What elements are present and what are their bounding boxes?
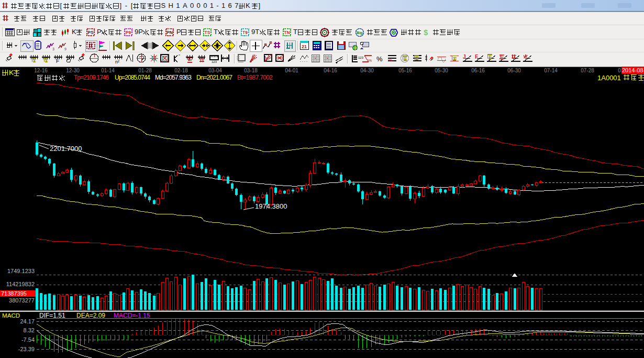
svg-text:06-30: 06-30 bbox=[507, 68, 521, 73]
svg-text:07-14: 07-14 bbox=[544, 68, 558, 73]
svg-text:06-16: 06-16 bbox=[471, 68, 485, 73]
svg-text:%: % bbox=[376, 55, 383, 63]
svg-text:P: P bbox=[176, 28, 181, 36]
svg-text:1A0001: 1A0001 bbox=[597, 74, 621, 82]
svg-text:114219832: 114219832 bbox=[6, 281, 35, 287]
svg-text:12-16: 12-16 bbox=[34, 68, 48, 73]
svg-text:04-01: 04-01 bbox=[285, 68, 298, 73]
svg-text:2014-08-2: 2014-08-2 bbox=[622, 67, 644, 73]
svg-text:24.17: 24.17 bbox=[20, 318, 35, 324]
svg-text:0: 0 bbox=[618, 68, 621, 73]
svg-text:3: 3 bbox=[52, 47, 54, 51]
svg-text:PN: PN bbox=[166, 30, 173, 35]
svg-text:F: F bbox=[475, 54, 478, 60]
svg-text:%: % bbox=[368, 58, 372, 63]
svg-text:9T: 9T bbox=[251, 28, 259, 36]
svg-text:K: K bbox=[246, 2, 250, 9]
svg-text:2201.7000: 2201.7000 bbox=[50, 145, 82, 153]
svg-text:01-14: 01-14 bbox=[101, 68, 115, 73]
svg-text:12-30: 12-30 bbox=[66, 68, 80, 73]
svg-text:Up=2085.0744: Up=2085.0744 bbox=[115, 74, 150, 81]
svg-text:MACD: MACD bbox=[2, 312, 20, 319]
svg-text:F: F bbox=[56, 58, 59, 64]
svg-text:Big: Big bbox=[357, 31, 362, 35]
svg-text:TN: TN bbox=[284, 30, 290, 35]
svg-text:T: T bbox=[293, 28, 297, 36]
svg-text:123: 123 bbox=[212, 60, 217, 63]
svg-text:21: 21 bbox=[302, 44, 307, 49]
svg-text:TS: TS bbox=[205, 30, 210, 35]
svg-text:[: [ bbox=[60, 2, 62, 9]
svg-text:n²: n² bbox=[115, 59, 119, 64]
svg-text:″: ″ bbox=[179, 53, 180, 58]
svg-text:1749.1233: 1749.1233 bbox=[7, 268, 35, 274]
svg-text:9P: 9P bbox=[135, 28, 143, 36]
svg-text:K: K bbox=[9, 69, 14, 77]
svg-text:04-30: 04-30 bbox=[360, 68, 374, 73]
svg-text:K: K bbox=[72, 28, 76, 36]
svg-text:]: ] bbox=[259, 2, 261, 9]
svg-text:P: P bbox=[97, 28, 102, 36]
svg-text:Md=2057.9363: Md=2057.9363 bbox=[155, 74, 192, 81]
svg-text:%: % bbox=[388, 57, 392, 62]
svg-text:1974.3800: 1974.3800 bbox=[255, 202, 287, 210]
svg-text:03-18: 03-18 bbox=[244, 68, 258, 73]
svg-text:T: T bbox=[214, 28, 218, 36]
svg-text:Bt=1987.7002: Bt=1987.7002 bbox=[237, 74, 273, 81]
svg-text:04-16: 04-16 bbox=[324, 68, 337, 73]
svg-text:Tp=2109.1746: Tp=2109.1746 bbox=[74, 74, 109, 81]
svg-text:$: $ bbox=[424, 28, 428, 37]
svg-text:02-18: 02-18 bbox=[174, 68, 188, 73]
svg-text:J: J bbox=[463, 54, 466, 60]
svg-text:PS: PS bbox=[87, 30, 94, 35]
svg-text:38073277: 38073277 bbox=[9, 297, 35, 303]
svg-text:01-28: 01-28 bbox=[138, 68, 152, 73]
svg-text:07-28: 07-28 bbox=[581, 68, 594, 73]
svg-text:Dn=2021.0067: Dn=2021.0067 bbox=[196, 74, 232, 81]
svg-text:T9: T9 bbox=[242, 30, 248, 35]
svg-text:71387395: 71387395 bbox=[1, 290, 27, 297]
svg-text:-7.54: -7.54 bbox=[21, 337, 35, 343]
svg-text:05-16: 05-16 bbox=[398, 68, 412, 73]
svg-text:-23.39: -23.39 bbox=[18, 346, 35, 352]
svg-text:P9: P9 bbox=[126, 30, 131, 35]
svg-text:123: 123 bbox=[358, 56, 364, 59]
svg-text:05-30: 05-30 bbox=[435, 68, 448, 73]
svg-text:8.32: 8.32 bbox=[24, 327, 35, 333]
svg-text:9: 9 bbox=[64, 47, 66, 51]
svg-text:03-04: 03-04 bbox=[208, 68, 222, 73]
